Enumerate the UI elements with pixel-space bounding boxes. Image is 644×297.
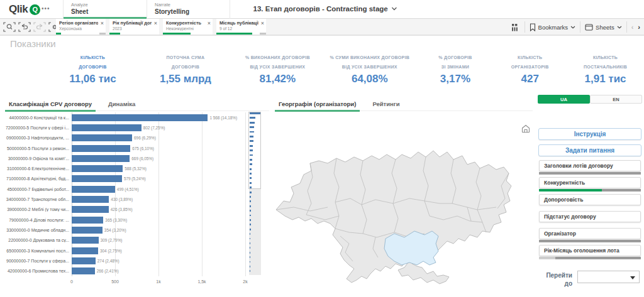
bar-category-label[interactable]: 09000000-3 Нафтопродукти, ... bbox=[5, 136, 72, 140]
goto-label-line1: Перейти bbox=[536, 271, 572, 279]
filter-item[interactable]: Заголовки лотів договору bbox=[539, 160, 641, 171]
bar-category-label[interactable]: 72000000-5 Послуги у сфері і... bbox=[5, 126, 72, 130]
bar-category-label[interactable]: 31000000-6 Електротехнічне... bbox=[5, 166, 72, 171]
selection-chip[interactable]: Конкурентність Неконкурентні × bbox=[163, 19, 213, 35]
selection-chip[interactable]: Регіон організатора Херсонська × bbox=[56, 19, 106, 35]
kpi-value: 11,06 тис bbox=[69, 73, 116, 85]
map-region-kherson-selected[interactable] bbox=[384, 231, 438, 265]
bar-category-label[interactable]: 79000000-4 Ділові послуги: ... bbox=[5, 218, 72, 222]
bar[interactable] bbox=[72, 227, 103, 234]
chart-row: 90000000-7 Послуги у сфера... 274 (2,48%… bbox=[5, 256, 245, 266]
bar-value-label: 426 (3,85%) bbox=[111, 207, 133, 212]
tab-analyze-sheet[interactable]: Analyze Sheet bbox=[63, 0, 147, 19]
filter-item[interactable]: Конкурентність bbox=[539, 177, 641, 188]
step-back-icon[interactable] bbox=[18, 21, 31, 33]
kpi-tile[interactable]: % ВИКОНАНИХ ДОГОВОРІВВІД УСІХ ЗАВЕРШЕНИХ… bbox=[245, 53, 310, 85]
step-forward-icon[interactable] bbox=[33, 21, 47, 33]
bar[interactable] bbox=[72, 134, 132, 141]
filter-item[interactable]: Підстатус договору bbox=[539, 211, 641, 222]
tab-geography[interactable]: Георграфія (організатори) bbox=[275, 99, 360, 111]
filter-item[interactable]: Організатор bbox=[539, 228, 641, 239]
bar[interactable] bbox=[72, 155, 130, 162]
bar[interactable] bbox=[72, 267, 95, 274]
bar[interactable] bbox=[72, 196, 109, 203]
lang-ua-button[interactable]: UA bbox=[538, 95, 590, 104]
lang-en-button[interactable]: EN bbox=[590, 95, 642, 104]
bar[interactable] bbox=[72, 257, 96, 264]
selection-chip[interactable]: Місяць публікації д... 9 of 12 × bbox=[216, 19, 266, 35]
bar-value-label: 354 (3,20%) bbox=[104, 228, 126, 232]
ask-question-button[interactable]: Задати питання bbox=[538, 144, 641, 156]
selection-chip[interactable]: Рік публікації догов... 2023 × bbox=[109, 19, 159, 35]
selection-chips: Регіон організатора Херсонська × Рік пуб… bbox=[56, 19, 266, 35]
bar[interactable] bbox=[72, 114, 208, 121]
tab-narrate-storytelling[interactable]: Narrate Storytelling bbox=[147, 0, 230, 19]
chip-field-name: Регіон організатора bbox=[59, 20, 98, 26]
kpi-tile[interactable]: ПОТОЧНА СУМАДОГОВОРІВ 1,55 млрд bbox=[160, 53, 211, 85]
kpi-tile[interactable]: КІЛЬКІСТЬПОСТАЧАЛЬНИКІВ 1,91 тис bbox=[584, 53, 627, 85]
chip-field-name: Рік публікації догов... bbox=[113, 20, 152, 26]
tab-narrate-label: Narrate bbox=[155, 2, 230, 8]
tab-dynamics[interactable]: Динаміка bbox=[104, 99, 139, 111]
chart-row: 09000000-3 Нафтопродукти, ... 696 (6,29%… bbox=[5, 133, 245, 143]
filter-state-bar bbox=[539, 240, 641, 242]
tab-cpv-classification[interactable]: Класифікація CPV договору bbox=[5, 99, 96, 111]
chip-close-icon[interactable]: × bbox=[208, 21, 211, 26]
next-sheet-button[interactable]: › bbox=[638, 23, 640, 31]
sheets-button[interactable]: Sheets bbox=[585, 24, 622, 31]
bar-category-label[interactable]: 44000000-0 Конструкції та к... bbox=[5, 116, 72, 120]
chip-state-bar bbox=[163, 33, 213, 35]
bar-category-label[interactable]: 90000000-7 Послуги у сфера... bbox=[5, 259, 72, 263]
bookmarks-button[interactable]: Bookmarks bbox=[530, 23, 576, 31]
bar[interactable] bbox=[72, 186, 115, 193]
chart-row: 44000000-0 Конструкції та к... 1 568 (14… bbox=[5, 112, 245, 122]
bar[interactable] bbox=[72, 124, 142, 131]
bar-category-label[interactable]: 65000000-3 Комунальні посл... bbox=[5, 249, 72, 253]
bar-value-label: 274 (2,48%) bbox=[97, 259, 119, 263]
chip-close-icon[interactable]: × bbox=[154, 21, 157, 26]
prev-sheet-button[interactable]: ‹ bbox=[631, 23, 634, 31]
bar[interactable] bbox=[72, 165, 123, 172]
filter-state-bar bbox=[539, 189, 641, 192]
bar[interactable] bbox=[72, 145, 130, 152]
bar[interactable] bbox=[72, 206, 109, 213]
global-menu-icon[interactable]: ••• bbox=[42, 5, 50, 12]
chip-close-icon[interactable]: × bbox=[101, 21, 104, 26]
bar[interactable] bbox=[72, 237, 99, 244]
map-home-button[interactable] bbox=[521, 124, 531, 134]
filter-item[interactable]: Рік-Місяць оголошення лота bbox=[539, 245, 641, 256]
ukraine-map[interactable] bbox=[275, 133, 537, 296]
chart-row: 72000000-5 Послуги у сфері і... 802 (7,2… bbox=[5, 122, 245, 132]
kpi-tile[interactable]: КІЛЬКІСТЬОРГАНІЗАТОРІВ 427 bbox=[511, 53, 549, 85]
bar-category-label[interactable]: 34000000-7 Транспортне обл... bbox=[5, 197, 72, 202]
bar-category-label[interactable]: 42000000-6 Промислова тех... bbox=[5, 269, 72, 273]
bar-category-label[interactable]: 22000000-0 Друкована та су... bbox=[5, 238, 72, 242]
chart-scroll-minimap[interactable] bbox=[249, 112, 261, 275]
bar-category-label[interactable]: 71000000-8 Архітектурні, буд... bbox=[5, 176, 72, 181]
kpi-tile[interactable]: КІЛЬКІСТЬДОГОВОРІВ 11,06 тис bbox=[69, 53, 116, 85]
bar[interactable] bbox=[72, 175, 122, 182]
bar[interactable] bbox=[72, 247, 98, 254]
chip-selected-value: 2023 bbox=[113, 26, 152, 31]
filter-item[interactable]: Допороговість bbox=[539, 194, 641, 205]
bar-category-label[interactable]: 50000000-5 Послуги з ремон... bbox=[5, 146, 72, 151]
bar-category-label[interactable]: 33000000-0 Медичне обладн... bbox=[5, 228, 72, 232]
instruction-button[interactable]: Інструкція bbox=[538, 128, 641, 140]
goto-select[interactable] bbox=[577, 271, 640, 283]
bar[interactable] bbox=[72, 217, 103, 224]
kpi-value: 1,91 тис bbox=[584, 73, 627, 85]
chip-close-icon[interactable]: × bbox=[261, 21, 264, 26]
kpi-tile[interactable]: % ДОГОВОРІВЗІ ЗМІНАМИ 3,17% bbox=[438, 53, 472, 85]
bookmark-icon bbox=[530, 23, 536, 31]
bar-category-label[interactable]: 30000000-9 Офісна та комп’... bbox=[5, 156, 72, 161]
sheet-title[interactable]: 13. Етап договорів - Contracting stage bbox=[253, 5, 397, 13]
bar-value-label: 802 (7,25%) bbox=[143, 126, 165, 130]
kpi-tile[interactable]: % СУМИ ВИКОНАНИХ ДОГОВОРІВВІД УСІХ ЗАВЕР… bbox=[330, 53, 409, 85]
goto-label-line2: до bbox=[536, 279, 572, 288]
bar-category-label[interactable]: 39000000-2 Меблі (у тому чи... bbox=[5, 207, 72, 212]
x-axis-tick: 0 bbox=[70, 279, 73, 284]
bar-category-label[interactable]: 45000000-7 Будівельні робот... bbox=[5, 187, 72, 192]
insight-advisor-icon[interactable] bbox=[511, 23, 520, 31]
tab-ratings[interactable]: Рейтинги bbox=[369, 99, 403, 111]
smart-search-icon[interactable] bbox=[3, 21, 16, 33]
